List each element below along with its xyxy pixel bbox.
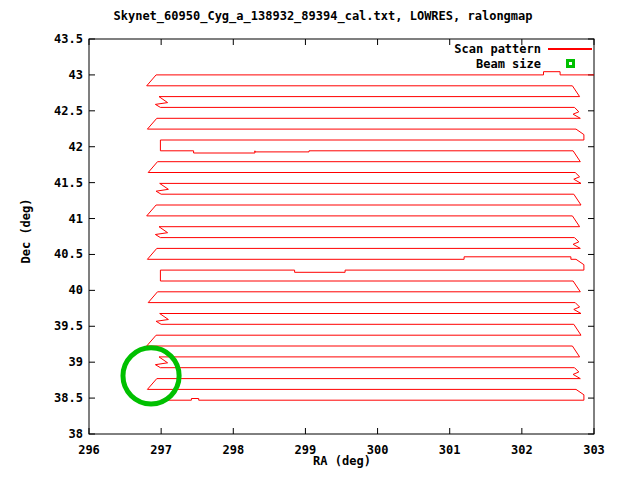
legend-sample-area bbox=[548, 59, 592, 68]
beam-size-circle bbox=[123, 348, 179, 404]
legend: Scan pattern Beam size bbox=[454, 41, 592, 71]
scan-pattern-line-swatch bbox=[548, 48, 592, 50]
y-tick-label: 38 bbox=[0, 427, 83, 441]
chart-canvas: Skynet_60950_Cyg_a_138932_89394_cal.txt,… bbox=[0, 0, 640, 480]
x-tick-label: 299 bbox=[281, 443, 329, 457]
y-tick-label: 41.5 bbox=[0, 176, 83, 190]
x-tick-label: 298 bbox=[209, 443, 257, 457]
plot-border bbox=[89, 39, 594, 434]
x-tick-label: 301 bbox=[426, 443, 474, 457]
y-tick-label: 43 bbox=[0, 68, 83, 82]
legend-label-beam-size: Beam size bbox=[476, 57, 541, 71]
legend-sample-area bbox=[548, 48, 592, 50]
y-tick-label: 43.5 bbox=[0, 32, 83, 46]
x-tick-label: 297 bbox=[137, 443, 185, 457]
y-tick-label: 40.5 bbox=[0, 247, 83, 261]
x-tick-label: 302 bbox=[498, 443, 546, 457]
y-tick-label: 40 bbox=[0, 283, 83, 297]
beam-size-point-icon bbox=[566, 59, 575, 68]
x-tick-label: 300 bbox=[354, 443, 402, 457]
legend-item-scan-pattern: Scan pattern bbox=[454, 41, 592, 56]
scan-pattern-path bbox=[147, 72, 594, 401]
legend-item-beam-size: Beam size bbox=[454, 56, 592, 71]
x-tick-label: 296 bbox=[65, 443, 113, 457]
legend-label-scan-pattern: Scan pattern bbox=[454, 42, 541, 56]
y-tick-label: 38.5 bbox=[0, 391, 83, 405]
y-tick-label: 41 bbox=[0, 212, 83, 226]
y-tick-label: 39.5 bbox=[0, 319, 83, 333]
y-tick-label: 42.5 bbox=[0, 104, 83, 118]
x-tick-label: 303 bbox=[570, 443, 618, 457]
plot-area bbox=[0, 0, 640, 480]
y-tick-label: 42 bbox=[0, 140, 83, 154]
y-tick-label: 39 bbox=[0, 355, 83, 369]
